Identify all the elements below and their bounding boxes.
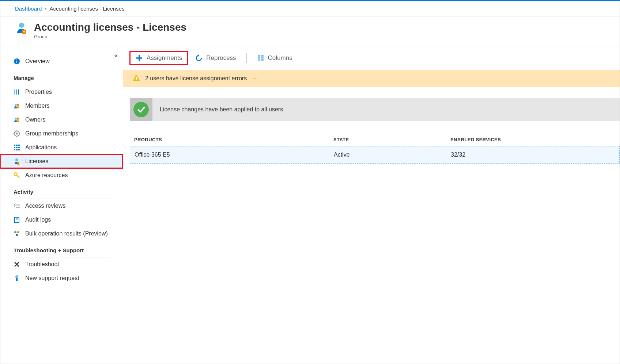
grid-icon [14, 144, 20, 151]
licenses-table: PRODUCTS STATE ENABLED SERVICES Office 3… [130, 133, 620, 164]
svg-rect-25 [14, 149, 15, 150]
log-icon [14, 217, 20, 223]
toolbar: Assignments Reprocess Columns [123, 46, 620, 70]
sidebar-item-label: Overview [25, 58, 50, 65]
checkmark-icon [133, 102, 149, 117]
svg-point-2 [23, 31, 25, 32]
column-header-products[interactable]: PRODUCTS [134, 137, 333, 142]
collapse-sidebar-button[interactable]: « [114, 52, 118, 59]
toolbar-button-label: Assignments [147, 54, 182, 62]
gear-icon [14, 130, 20, 137]
sidebar: « Overview Manage Properties Members [0, 46, 123, 364]
owners-icon [14, 116, 20, 123]
sidebar-item-licenses[interactable]: Licenses [0, 154, 123, 168]
sidebar-item-label: New support request [25, 275, 79, 281]
svg-point-12 [17, 118, 19, 120]
app-frame: Dashboard › Accounting licenses - Licens… [0, 0, 620, 364]
success-text: License changes have been applied to all… [160, 106, 285, 113]
assignments-button[interactable]: Assignments [130, 51, 188, 65]
sidebar-item-bulk-ops[interactable]: Bulk operation results (Preview) [0, 227, 123, 241]
sidebar-item-audit-logs[interactable]: Audit logs [0, 213, 123, 227]
svg-rect-7 [16, 89, 17, 95]
svg-point-11 [15, 118, 17, 120]
sidebar-item-label: Applications [25, 144, 57, 151]
breadcrumb-dashboard-link[interactable]: Dashboard [15, 5, 42, 12]
svg-rect-20 [16, 145, 18, 146]
svg-rect-22 [14, 147, 15, 148]
license-icon [14, 158, 20, 165]
success-banner: License changes have been applied to all… [130, 98, 620, 121]
page-title: Accounting licenses - Licenses [34, 22, 186, 33]
sidebar-item-group-memberships[interactable]: Group memberships [0, 127, 123, 141]
svg-point-10 [17, 104, 19, 106]
support-icon [14, 275, 20, 281]
warning-banner[interactable]: 2 users have license assignment errors → [123, 70, 620, 87]
group-license-icon [15, 22, 28, 35]
svg-rect-53 [258, 60, 260, 61]
page-subtitle: Group [34, 34, 186, 39]
svg-rect-8 [18, 89, 19, 95]
table-row[interactable]: Office 365 E5 Active 32/32 [130, 146, 620, 164]
svg-point-5 [16, 60, 17, 60]
info-icon [14, 58, 20, 65]
svg-rect-29 [17, 162, 19, 165]
svg-rect-50 [261, 55, 264, 57]
success-badge-container [130, 98, 152, 121]
svg-rect-23 [16, 147, 18, 148]
cell-product: Office 365 E5 [135, 152, 334, 158]
svg-point-56 [136, 79, 137, 80]
cell-services: 32/32 [451, 152, 615, 158]
svg-line-32 [18, 176, 19, 177]
columns-button[interactable]: Columns [251, 51, 298, 65]
members-icon [14, 103, 20, 109]
reprocess-button[interactable]: Reprocess [189, 51, 242, 65]
sidebar-item-label: Audit logs [25, 217, 51, 223]
svg-rect-52 [261, 58, 264, 59]
sidebar-item-access-reviews[interactable]: Access reviews [0, 199, 123, 213]
svg-point-42 [16, 234, 18, 236]
breadcrumb-current: Accounting licenses - Licenses [49, 5, 124, 12]
tools-icon [14, 261, 20, 268]
svg-point-41 [17, 231, 19, 233]
sidebar-item-label: Group memberships [25, 130, 78, 137]
svg-rect-4 [16, 61, 17, 63]
bulk-icon [14, 230, 20, 237]
sidebar-item-label: Licenses [25, 158, 48, 165]
svg-rect-27 [18, 149, 20, 150]
main-content: Assignments Reprocess Columns [123, 46, 620, 364]
sidebar-item-applications[interactable]: Applications [0, 141, 123, 154]
sidebar-item-troubleshoot[interactable]: Troubleshoot [0, 257, 123, 271]
svg-point-14 [16, 133, 18, 135]
svg-point-28 [15, 158, 18, 161]
sidebar-section-manage: Manage [0, 68, 123, 83]
sidebar-item-label: Troubleshoot [25, 261, 59, 268]
sidebar-item-azure-resources[interactable]: Azure resources [0, 168, 123, 182]
warning-text: 2 users have license assignment errors [145, 75, 247, 82]
sidebar-item-label: Bulk operation results (Preview) [25, 230, 108, 237]
svg-point-45 [15, 275, 18, 278]
toolbar-button-label: Columns [268, 54, 292, 62]
sidebar-section-support: Troubleshooting + Support [0, 241, 123, 256]
sidebar-item-members[interactable]: Members [0, 99, 123, 113]
sidebar-item-overview[interactable]: Overview [0, 54, 123, 68]
svg-point-9 [15, 104, 17, 106]
sidebar-item-properties[interactable]: Properties [0, 85, 123, 99]
sidebar-item-label: Owners [25, 116, 45, 123]
properties-icon [14, 89, 20, 95]
sidebar-item-new-support[interactable]: New support request [0, 271, 123, 285]
sidebar-item-label: Azure resources [25, 172, 68, 179]
breadcrumb: Dashboard › Accounting licenses - Licens… [0, 1, 620, 16]
column-header-state[interactable]: STATE [333, 137, 450, 142]
svg-rect-26 [16, 149, 18, 150]
key-icon [14, 172, 20, 179]
sidebar-section-activity: Activity [0, 182, 123, 197]
svg-rect-49 [258, 55, 260, 57]
breadcrumb-separator: › [45, 5, 46, 12]
svg-rect-46 [16, 278, 18, 281]
column-header-services[interactable]: ENABLED SERVICES [450, 137, 615, 142]
sidebar-item-label: Members [25, 103, 50, 109]
sidebar-item-owners[interactable]: Owners [0, 113, 123, 127]
page-header: Accounting licenses - Licenses Group [0, 16, 620, 46]
refresh-icon [195, 54, 203, 62]
arrow-right-icon: → [252, 75, 258, 82]
